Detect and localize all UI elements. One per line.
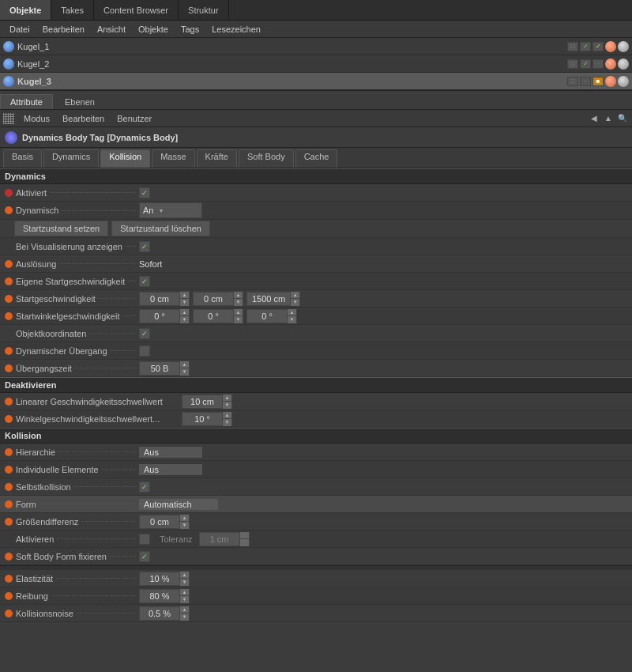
object-row[interactable]: Kugel_1 □ ✓ ✓ [0, 38, 632, 55]
tag-icon-1: □ [567, 42, 578, 51]
top-tab-bar: Objekte Takes Content Browser Struktur [0, 0, 632, 21]
selbstkollision-checkbox[interactable]: ✓ [139, 481, 150, 493]
toleranz-label: Toleranz [160, 534, 193, 544]
auslosung-value: Sofort [139, 259, 162, 269]
prop-selbstkollision: Selbstkollision ✓ [0, 478, 632, 496]
tab-cache[interactable]: Cache [295, 149, 338, 168]
prop-label-text: Winkelgeschwindigkeitsschwellwert [16, 414, 152, 424]
menu-lesezeichen[interactable]: Lesezeichen [205, 23, 267, 36]
uebergangszeit-stepper[interactable]: 50 B ▲▼ [139, 361, 190, 376]
tab-content-browser[interactable]: Content Browser [94, 0, 179, 20]
lin-geschw-stepper[interactable]: 10 cm ▲▼ [182, 395, 232, 409]
tag-dot-1 [605, 41, 616, 52]
startzustand-loeschen-button[interactable]: Startzustand löschen [111, 221, 210, 236]
winkel-geschw-stepper[interactable]: 10 ° ▲▼ [182, 412, 232, 426]
prop-indicator [5, 347, 13, 355]
menu-datei[interactable]: Datei [3, 23, 36, 36]
prop-eigene-startgeschw: Eigene Startgeschwindigkeit ✓ [0, 273, 632, 290]
startwinkel-v3-stepper[interactable]: 0 ° ▲▼ [246, 309, 297, 323]
tab-kraefte[interactable]: Kräfte [197, 149, 237, 168]
prop-reibung: Reibung 80 % ▲▼ [0, 587, 632, 605]
prop-label-text: Linearer Geschwindigkeitsschwellwert [16, 397, 163, 406]
tag-icon-3: ✓ [592, 42, 604, 51]
visualisierung-checkbox[interactable]: ✓ [139, 241, 150, 252]
prop-label-text: Größendifferenz [16, 517, 78, 527]
reibung-stepper[interactable]: 80 % ▲▼ [139, 589, 190, 603]
tab-basis[interactable]: Basis [3, 149, 42, 168]
toolbar-modus[interactable]: Modus [17, 112, 56, 125]
search-icon[interactable]: 🔍 [616, 112, 629, 125]
prop-label-text: Übergangszeit [16, 364, 72, 373]
tag-icon-2: ✓ [580, 42, 591, 51]
tag-icon-2: · [580, 77, 591, 86]
tab-objekte[interactable]: Objekte [0, 0, 51, 20]
tab-struktur[interactable]: Struktur [179, 0, 229, 20]
object-icons: □ ✓ ✓ [567, 41, 629, 52]
prop-label-text: Elastizität [16, 574, 53, 583]
tab-masse[interactable]: Masse [152, 149, 194, 168]
prop-label-text: Individuelle Elemente [16, 465, 99, 474]
dynamisch-dropdown[interactable]: An [139, 202, 202, 218]
arrow-up-icon[interactable]: ▲ [602, 112, 615, 125]
prop-label-text: Objektkoordinaten [16, 329, 86, 338]
hierarchie-value: Aus [139, 447, 202, 458]
tab-takes[interactable]: Takes [51, 0, 94, 20]
object-icons: □ ✓ · [567, 59, 629, 70]
startwinkel-v2-stepper[interactable]: 0 ° ▲▼ [193, 309, 243, 323]
tag-dot-2 [618, 59, 629, 70]
startgeschw-v3-stepper[interactable]: 1500 cm ▲▼ [246, 292, 300, 306]
prop-label-text: Hierarchie [16, 447, 55, 457]
prop-indicator [5, 398, 13, 406]
prop-indicator [5, 592, 13, 600]
object-name: Kugel_1 [17, 42, 567, 51]
tag-dot-1 [605, 76, 616, 87]
object-sphere-icon [3, 76, 14, 87]
startgeschw-v1-stepper[interactable]: 0 cm ▲▼ [139, 292, 190, 306]
toolbar-benutzer[interactable]: Benutzer [111, 112, 158, 125]
startgeschw-v2-stepper[interactable]: 0 cm ▲▼ [193, 292, 243, 306]
aktiviert-checkbox[interactable]: ✓ [139, 187, 150, 198]
elastizitaet-stepper[interactable]: 10 % ▲▼ [139, 572, 190, 586]
objektkoord-checkbox[interactable]: ✓ [139, 328, 150, 339]
prop-form: Form Automatisch [0, 496, 632, 513]
aktivieren-checkbox[interactable] [139, 534, 150, 545]
tab-attribute[interactable]: Attribute [0, 94, 53, 109]
object-row[interactable]: Kugel_3 □ · ■ [0, 73, 632, 90]
groessendifferenz-stepper[interactable]: 0 cm ▲▼ [139, 515, 190, 529]
prop-uebergangszeit: Übergangszeit 50 B ▲▼ [0, 360, 632, 377]
prop-indicator [5, 206, 13, 214]
startzustand-setzen-button[interactable]: Startzustand setzen [14, 221, 108, 236]
prop-dynamischer-uebergang: Dynamischer Übergang [0, 342, 632, 360]
object-row[interactable]: Kugel_2 □ ✓ · [0, 55, 632, 73]
toleranz-stepper[interactable]: 1 cm ▲▼ [199, 532, 250, 546]
tab-dynamics[interactable]: Dynamics [43, 149, 99, 168]
prop-startzustand: Startzustand setzen Startzustand löschen [0, 220, 632, 238]
prop-label-text: Aktivieren [16, 534, 54, 544]
prop-label-text: Eigene Startgeschwindigkeit [16, 277, 125, 286]
tag-icon-1: □ [567, 59, 578, 69]
soft-body-form-checkbox[interactable]: ✓ [139, 551, 150, 562]
toolbar-bearbeiten[interactable]: Bearbeiten [56, 112, 111, 125]
tab-soft-body[interactable]: Soft Body [239, 149, 294, 168]
menu-bar: Datei Bearbeiten Ansicht Objekte Tags Le… [0, 21, 632, 38]
prop-indicator [5, 189, 13, 197]
prop-label-text: Auslösung [16, 259, 56, 269]
arrow-left-icon[interactable]: ◀ [588, 112, 600, 125]
tag-icon-3: ■ [592, 77, 604, 86]
startwinkel-v1-stepper[interactable]: 0 ° ▲▼ [139, 309, 190, 323]
prop-objektkoordinaten: Objektkoordinaten ✓ [0, 325, 632, 342]
eigene-startgeschw-checkbox[interactable]: ✓ [139, 276, 150, 287]
menu-ansicht[interactable]: Ansicht [91, 23, 132, 36]
kollisionsnoise-stepper[interactable]: 0.5 % ▲▼ [139, 606, 190, 621]
menu-bearbeiten[interactable]: Bearbeiten [36, 23, 91, 36]
tab-kollision[interactable]: Kollision [100, 149, 150, 168]
toolbar: Modus Bearbeiten Benutzer ◀ ▲ 🔍 [0, 110, 632, 127]
dynamischer-uebergang-checkbox[interactable] [139, 345, 150, 357]
menu-objekte[interactable]: Objekte [132, 23, 175, 36]
tab-ebenen[interactable]: Ebenen [55, 94, 105, 109]
prop-label-text: Kollisionsnoise [16, 609, 73, 618]
menu-tags[interactable]: Tags [175, 23, 205, 36]
prop-startgeschw: Startgeschwindigkeit 0 cm ▲▼ 0 cm ▲▼ 150… [0, 290, 632, 308]
prop-label-text: Reibung [16, 591, 48, 601]
prop-aktiviert: Aktiviert ✓ [0, 184, 632, 202]
